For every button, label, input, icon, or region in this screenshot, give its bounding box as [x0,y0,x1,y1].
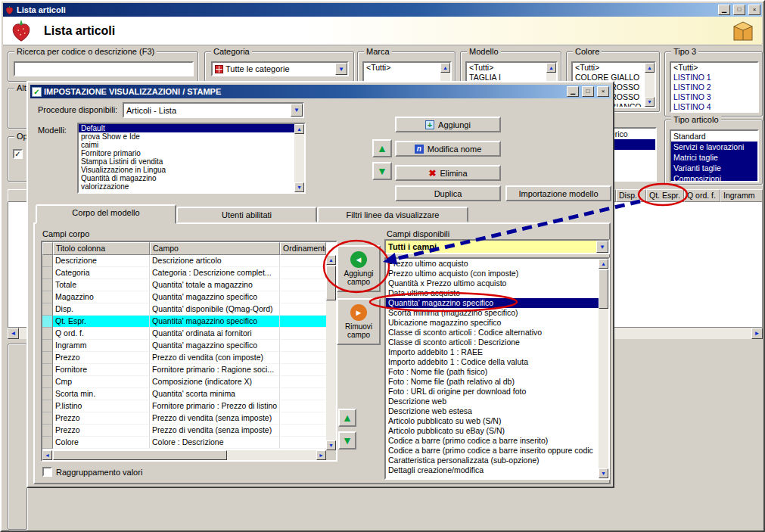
scroll-left-icon[interactable]: ◄ [42,450,52,460]
main-titlebar[interactable]: Lista articoli ▁ □ × [3,3,762,17]
col-header-ordinamento[interactable]: Ordinamento [280,242,326,255]
available-field-item[interactable]: Dettagli creazione/modifica [386,465,599,475]
maximize-button[interactable]: □ [733,5,745,15]
modelli-item[interactable]: prova Show e Ide [79,132,294,141]
available-field-item[interactable]: Articolo pubblicato su eBay (S/N) [386,426,599,436]
dialog-minimize-button[interactable]: ▁ [567,86,579,97]
campo-row[interactable]: Prezzo Prezzo di vendita (senza imposte) [42,412,326,425]
scroll-thumb[interactable] [53,450,227,460]
modelli-item[interactable]: valorizzazione [79,182,294,191]
col-header-qt-espr[interactable]: Qt. Espr. [646,189,684,202]
importazione-modello-button[interactable]: Importazione modello [505,185,611,201]
scroll-up-icon[interactable]: ▲ [645,63,655,73]
row-selector[interactable] [42,425,53,437]
tab-corpo-del-modello[interactable]: Corpo del modello [36,204,176,224]
campo-row[interactable]: Disp. Quantita' disponibile (Qmag-Qord) [42,303,326,316]
modelli-item[interactable]: Default [79,124,294,132]
scroll-down-icon[interactable]: ▼ [645,97,655,107]
campo-row[interactable]: Prezzo Prezzo di vendita (con imposte) [42,352,326,364]
row-selector[interactable] [42,340,53,352]
available-field-item[interactable]: Classe di sconto articoli : Codice alter… [386,328,599,338]
available-field-item[interactable]: Prezzo ultimo acquisto [386,259,599,269]
tipo3-item[interactable]: LISTINO 4 [671,102,757,112]
campo-row[interactable]: Categoria Categoria : Descrizione comple… [42,267,326,279]
scroll-down-icon[interactable]: ▼ [326,440,336,450]
campo-row[interactable]: Scorta min. Quantita' scorta minima [42,388,326,400]
scroll-up-icon[interactable]: ▲ [326,255,336,265]
campo-row[interactable]: Fornitore Fornitore primario : Ragione s… [42,364,326,376]
procedure-combobox[interactable]: Articoli - Lista ▼ [123,102,304,118]
col-header-titolo-colonna[interactable]: Titolo colonna [53,242,150,255]
available-field-item[interactable]: Prezzo ultimo acquisto (con imposte) [386,269,599,278]
row-selector[interactable] [42,267,53,279]
tipo-articolo-item[interactable]: Servizi e lavorazioni [671,142,757,152]
available-field-item[interactable]: Data ultimo acquisto [386,288,599,298]
col-header-ingramm[interactable]: Ingramm [720,189,763,202]
campo-row[interactable]: Colore Colore : Descrizione [42,437,326,449]
available-field-item[interactable]: Foto : URL di origine per download foto [386,387,599,397]
marca-item[interactable]: <Tutti> [364,63,440,73]
categoria-combobox[interactable]: Tutte le categorie ▼ [211,61,349,76]
modelli-move-down-button[interactable]: ▼ [372,162,392,180]
scroll-thumb[interactable] [599,269,608,309]
scroll-up-icon[interactable]: ▲ [546,63,556,73]
available-field-item[interactable]: Caratteristica personalizzata (sub-opzio… [386,456,599,465]
available-field-item[interactable]: Descrizione web [386,397,599,406]
tipo-articolo-item[interactable]: Matrici taglie [671,152,757,163]
col-header-q-ord-f[interactable]: Q ord. f. [684,189,720,202]
row-selector[interactable] [42,388,53,400]
modelli-item[interactable]: Fornitore primario [79,149,294,157]
modelli-item[interactable]: caimi [79,141,294,149]
available-field-item[interactable]: Quantita' magazzino specifico [386,298,599,308]
aggiungi-campo-button[interactable]: ◄ Aggiungi campo [337,245,381,292]
dialog-titlebar[interactable]: ✓ IMPOSTAZIONE VISUALIZZAZIONI / STAMPE … [30,85,611,98]
tab-utenti-abilitati[interactable]: Utenti abilitati [176,207,317,222]
row-selector[interactable] [42,364,53,376]
available-field-item[interactable]: Foto : Nome file (path relativo al db) [386,377,599,387]
dialog-close-button[interactable]: × [597,86,609,97]
scroll-down-icon[interactable]: ▼ [294,182,304,192]
available-field-item[interactable]: Descrizione web estesa [386,406,599,416]
available-field-item[interactable]: Classe di sconto articoli : Descrizione [386,338,599,347]
tipo3-item[interactable]: LISTINO 3 [671,92,757,102]
minimize-button[interactable]: ▁ [718,5,730,15]
available-field-item[interactable]: Codice a barre (primo codice a barre ins… [386,436,599,446]
available-field-item[interactable]: Articolo pubblicato su web (S/N) [386,416,599,426]
row-selector[interactable] [42,412,53,425]
scroll-right-icon[interactable]: ► [316,450,326,460]
raggruppamento-checkbox-row[interactable]: Raggruppamento valori [42,467,142,477]
modelli-item[interactable]: Quantità di magazzino [79,174,294,182]
modelli-item[interactable]: Stampa Listini di vendita [79,157,294,166]
campo-row[interactable]: Totale Quantita' totale a magazzino [42,279,326,291]
dropdown-arrow-icon[interactable]: ▼ [335,63,347,75]
dropdown-arrow-icon[interactable]: ▼ [596,241,608,253]
row-selector[interactable] [42,255,53,267]
tipo-articolo-item[interactable]: Standard [671,131,757,142]
available-field-item[interactable]: Codice a barre (primo codice a barre ins… [386,446,599,456]
campo-row[interactable]: Magazzino Quantita' magazzino specifico [42,291,326,303]
campo-row[interactable]: Cmp Composizione (indicatore X) [42,376,326,388]
modelli-move-up-button[interactable]: ▲ [372,139,392,157]
tipo3-item[interactable]: LISTINO 2 [671,82,757,92]
elimina-button[interactable]: ✖ Elimina [395,165,501,181]
colore-scrollbar[interactable]: ▲ ▼ [645,63,655,107]
campi-filter-combobox[interactable]: Tutti i campi ▼ [384,239,610,254]
row-selector[interactable] [42,279,53,291]
fields-vscrollbar[interactable]: ▲ ▼ [599,259,608,478]
row-selector[interactable] [42,400,53,412]
campo-row[interactable]: P.listino Fornitore primario : Prezzo di… [42,400,326,412]
duplica-button[interactable]: Duplica [395,185,501,201]
table-hscrollbar[interactable]: ◄ ► [42,450,326,460]
campo-row[interactable]: Prezzo Prezzo di vendita (senza imposte) [42,425,326,437]
tipo3-item[interactable]: LISTINO 1 [671,73,757,82]
campo-row[interactable]: Ingramm Quantita' magazzino specifico [42,340,326,352]
field-move-up-button[interactable]: ▲ [338,409,356,427]
modifica-nome-button[interactable]: n Modifica nome [395,141,501,157]
modelli-item[interactable]: Visualizzazione in Lingua [79,166,294,174]
available-field-item[interactable]: Foto : Nome file (path fisico) [386,367,599,377]
available-field-item[interactable]: Scorta minima (magazzino specifico) [386,308,599,318]
campo-row[interactable]: Qt. Espr. Quantita' magazzino specifico [42,316,326,328]
modello-item[interactable]: <Tutti> [467,63,546,73]
tipo-articolo-item[interactable]: Composizioni [671,173,757,182]
field-move-down-button[interactable]: ▼ [338,431,356,450]
